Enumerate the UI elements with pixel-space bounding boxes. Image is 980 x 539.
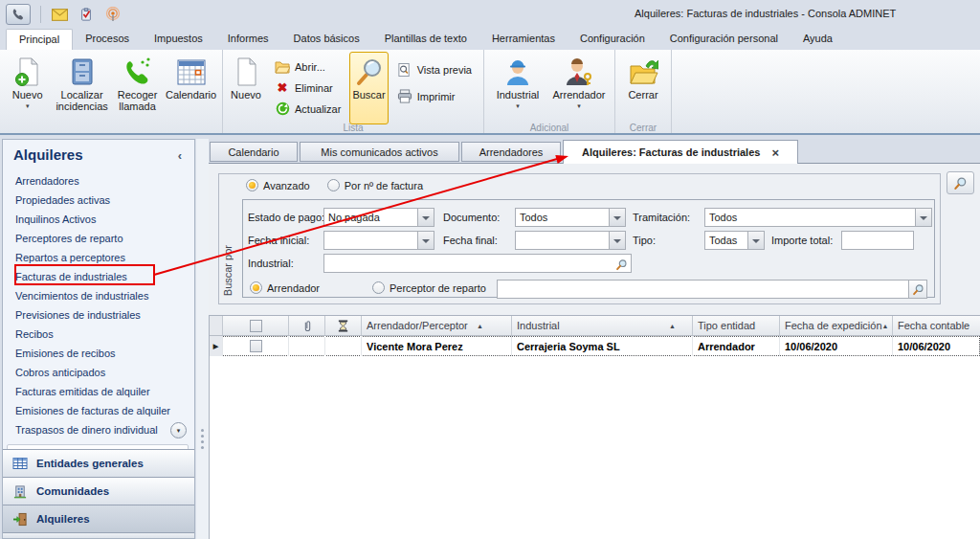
- sidebar-item-recibos[interactable]: Recibos: [3, 325, 194, 344]
- row-select-cell[interactable]: [223, 336, 289, 356]
- entity-lookup-button[interactable]: [908, 280, 927, 299]
- doc-tab-mis-comunicados-activos[interactable]: Mis comunicados activos: [300, 142, 459, 162]
- imprimir-button[interactable]: Imprimir: [394, 87, 475, 105]
- phone-icon[interactable]: [6, 4, 31, 25]
- print-preview-icon: [397, 62, 412, 78]
- search-panel-button[interactable]: [947, 171, 974, 194]
- sidebar-item-facturas-de-industriales[interactable]: Facturas de industriales: [3, 267, 194, 286]
- table-row[interactable]: ▶ Vicente Mora Perez Cerrajeria Soyma SL…: [210, 336, 980, 356]
- refresh-icon: [275, 101, 290, 117]
- ribbon-tab-plantillas[interactable]: Plantillas de texto: [372, 29, 479, 50]
- doc-tab-alquileres-facturas-de-industriales[interactable]: Alquileres: Facturas de industriales ×: [563, 140, 798, 164]
- sidebar-item-repartos-a-perceptores[interactable]: Repartos a perceptores: [3, 248, 194, 267]
- ribbon-tab-strip: Principal Procesos Impuestos Informes Da…: [0, 29, 980, 50]
- buscar-button[interactable]: Buscar: [349, 52, 388, 124]
- tab-content: Buscar por Avanzado Por nº de factura Es…: [209, 163, 980, 539]
- ribbon-tab-procesos[interactable]: Procesos: [73, 29, 142, 50]
- more-items-chevron-icon[interactable]: ▾: [170, 422, 187, 438]
- sidebar-bottom-strip: [3, 532, 194, 538]
- abrir-button[interactable]: Abrir...: [272, 57, 344, 76]
- documento-select[interactable]: Todos: [515, 208, 626, 227]
- sidebar-item-emisiones-de-facturas-de-alquiler[interactable]: Emisiones de facturas de alquiler: [3, 401, 194, 420]
- ribbon-tab-configuracion[interactable]: Configuración: [568, 29, 657, 50]
- estado-de-pago-label: Estado de pago:: [248, 208, 324, 227]
- ribbon-tab-impuestos[interactable]: Impuestos: [142, 29, 215, 50]
- sidebar-item-arrendadores[interactable]: Arrendadores: [3, 171, 194, 191]
- section-comunidades[interactable]: Comunidades: [3, 477, 194, 505]
- estado-de-pago-select[interactable]: No pagada: [323, 208, 434, 227]
- calendario-button[interactable]: Calendario: [163, 52, 219, 124]
- importe-total-input[interactable]: [841, 231, 914, 250]
- section-entidades-generales[interactable]: Entidades generales: [3, 449, 194, 477]
- eliminar-button[interactable]: ✖ Eliminar: [272, 79, 344, 97]
- sidebar-item-emisiones-de-recibos[interactable]: Emisiones de recibos: [3, 344, 194, 363]
- tipo-label: Tipo:: [633, 231, 656, 250]
- combo-arrow-icon[interactable]: [747, 232, 764, 249]
- column-header-industrial[interactable]: Industrial ▲: [512, 316, 693, 335]
- sort-asc-icon: ▲: [477, 323, 506, 329]
- ribbon-tab-ayuda[interactable]: Ayuda: [791, 29, 845, 50]
- row-indicator-header: [210, 316, 223, 335]
- lista-nuevo-button[interactable]: Nuevo: [226, 52, 266, 124]
- ribbon-tab-principal[interactable]: Principal: [6, 29, 73, 50]
- vista-previa-button[interactable]: Vista previa: [394, 60, 475, 79]
- sidebar-item-previsiones-de-industriales[interactable]: Previsiones de industriales: [3, 305, 194, 325]
- radio-avanzado[interactable]: Avanzado: [246, 179, 310, 191]
- fecha-inicial-select[interactable]: [323, 231, 434, 250]
- search-lookup-icon[interactable]: [613, 257, 629, 272]
- collapse-sidebar-icon[interactable]: ‹: [178, 148, 182, 163]
- combo-arrow-icon[interactable]: [417, 232, 434, 249]
- sidebar-item-inquilinos-activos[interactable]: Inquilinos Activos: [3, 210, 194, 229]
- nuevo-button[interactable]: Nuevo ▾: [3, 52, 52, 124]
- recoger-llamada-button[interactable]: Recoger llamada: [112, 52, 163, 124]
- industrial-input[interactable]: [323, 254, 632, 273]
- ribbon-tab-informes[interactable]: Informes: [215, 29, 281, 50]
- cerrar-button[interactable]: Cerrar: [618, 52, 668, 124]
- phone-call-icon: [122, 56, 153, 87]
- mail-icon[interactable]: [51, 7, 68, 22]
- radio-por-numero-factura[interactable]: Por nº de factura: [327, 179, 423, 191]
- arrendador-button[interactable]: Arrendador ▾: [547, 52, 611, 124]
- combo-arrow-icon[interactable]: [609, 209, 625, 226]
- close-tab-icon[interactable]: ×: [771, 147, 779, 158]
- radio-label: Avanzado: [263, 180, 310, 191]
- ribbon-tab-herramientas[interactable]: Herramientas: [479, 29, 568, 50]
- actualizar-label: Actualizar: [295, 103, 341, 115]
- broadcast-icon[interactable]: [104, 7, 122, 22]
- column-header-fecha-de-expedicion[interactable]: Fecha de expedición ▲: [780, 316, 893, 335]
- ribbon-tab-configuracion-personal[interactable]: Configuración personal: [657, 29, 791, 50]
- sidebar-item-propiedades-activas[interactable]: Propiedades activas: [3, 191, 194, 210]
- sidebar-splitter[interactable]: [196, 139, 209, 539]
- actualizar-button[interactable]: Actualizar: [272, 100, 344, 118]
- combo-arrow-icon[interactable]: [609, 232, 625, 249]
- ribbon-tab-datos-basicos[interactable]: Datos básicos: [281, 29, 372, 50]
- localizar-incidencias-button[interactable]: Localizar incidencias: [52, 52, 112, 124]
- clipboard-check-icon[interactable]: [78, 7, 95, 22]
- column-header-fecha-contable[interactable]: Fecha contable: [893, 316, 980, 335]
- industrial-button[interactable]: Industrial ▾: [488, 52, 547, 124]
- select-all-header[interactable]: [223, 316, 289, 335]
- sidebar-item-facturas-emitidas-de-alquiler[interactable]: Facturas emitidas de alquiler: [3, 382, 194, 401]
- attachment-column-header[interactable]: [289, 316, 325, 335]
- fecha-final-select[interactable]: [515, 231, 626, 250]
- cerrar-group-label: Cerrar: [615, 123, 671, 133]
- tramitacion-select[interactable]: Todos: [704, 208, 932, 227]
- pending-column-header[interactable]: [325, 316, 362, 335]
- sidebar-item-perceptores-de-reparto[interactable]: Perceptores de reparto: [3, 229, 194, 248]
- importe-total-label: Importe total:: [771, 231, 833, 250]
- section-alquileres[interactable]: Alquileres: [3, 505, 194, 532]
- radio-arrendador[interactable]: Arrendador: [250, 281, 320, 294]
- doc-tab-arrendadores[interactable]: Arrendadores: [461, 142, 561, 162]
- sidebar-item-cobros-anticipados[interactable]: Cobros anticipados: [3, 363, 194, 382]
- tipo-select[interactable]: Todas: [704, 231, 765, 250]
- sidebar-item-vencimientos-de-industriales[interactable]: Vencimientos de industriales: [3, 286, 194, 305]
- doc-tab-calendario[interactable]: Calendario: [210, 142, 298, 162]
- entity-search-input[interactable]: [497, 280, 909, 299]
- column-header-arrendador-perceptor[interactable]: Arrendador/Perceptor ▲: [362, 316, 512, 335]
- combo-arrow-icon[interactable]: [915, 209, 931, 226]
- column-header-tipo-entidad[interactable]: Tipo entidad: [693, 316, 780, 335]
- radio-perceptor-de-reparto[interactable]: Perceptor de reparto: [372, 281, 486, 294]
- adicional-group-label: Adicional: [484, 123, 614, 133]
- combo-arrow-icon[interactable]: [417, 209, 434, 226]
- sidebar-item-traspasos-de-dinero-individual[interactable]: Traspasos de dinero individual ▾: [3, 420, 194, 439]
